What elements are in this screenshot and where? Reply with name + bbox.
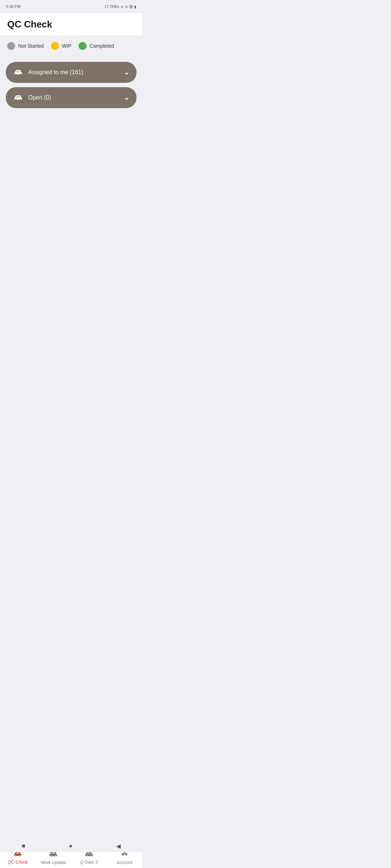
header: QC Check — [0, 13, 142, 36]
svg-rect-9 — [16, 96, 20, 97]
bluetooth-icon: ∗ — [121, 5, 123, 9]
chevron-down-icon: ⌄ — [124, 68, 129, 76]
svg-rect-10 — [14, 98, 16, 99]
svg-rect-3 — [16, 71, 20, 72]
svg-point-2 — [20, 74, 21, 75]
open-chevron-down-icon: ⌄ — [124, 94, 129, 102]
status-bar: 5:30 PM 17.7KB/s ∗ ⊝ ⏼ ▮ — [0, 0, 142, 13]
not-started-dot — [7, 42, 15, 50]
page-title: QC Check — [7, 19, 135, 30]
open-accordion[interactable]: Open (0) ⌄ — [6, 87, 136, 108]
legend-completed: Completed — [79, 42, 114, 50]
signal-icon: ⏼ — [129, 5, 133, 9]
completed-label: Completed — [89, 43, 114, 49]
car-icon — [13, 68, 23, 77]
svg-rect-11 — [20, 98, 22, 99]
svg-rect-4 — [14, 72, 16, 73]
svg-rect-5 — [20, 72, 22, 73]
open-car-icon — [13, 93, 23, 102]
svg-point-7 — [15, 99, 17, 101]
network-speed: 17.7KB/s — [104, 5, 119, 9]
assigned-label: Assigned to me (161) — [28, 69, 83, 76]
battery-icon: ▮ — [134, 5, 136, 9]
open-accordion-left: Open (0) — [13, 93, 51, 102]
main-content: Assigned to me (161) ⌄ Open (0) ⌄ — [0, 56, 142, 299]
legend-wip: WIP — [51, 42, 71, 50]
svg-point-1 — [15, 74, 17, 75]
svg-point-8 — [20, 99, 21, 101]
not-started-label: Not Started — [18, 43, 44, 49]
content-area — [6, 112, 136, 293]
legend-row: Not Started WIP Completed — [0, 36, 142, 56]
completed-dot — [79, 42, 87, 50]
wip-dot — [51, 42, 59, 50]
assigned-to-me-accordion[interactable]: Assigned to me (161) ⌄ — [6, 62, 136, 83]
accordion-left: Assigned to me (161) — [13, 68, 83, 77]
open-label: Open (0) — [28, 94, 51, 101]
wifi-icon: ⊝ — [125, 5, 128, 9]
legend-not-started: Not Started — [7, 42, 44, 50]
status-time: 5:30 PM — [6, 4, 21, 9]
status-icons: 17.7KB/s ∗ ⊝ ⏼ ▮ — [104, 5, 136, 9]
wip-label: WIP — [62, 43, 71, 49]
